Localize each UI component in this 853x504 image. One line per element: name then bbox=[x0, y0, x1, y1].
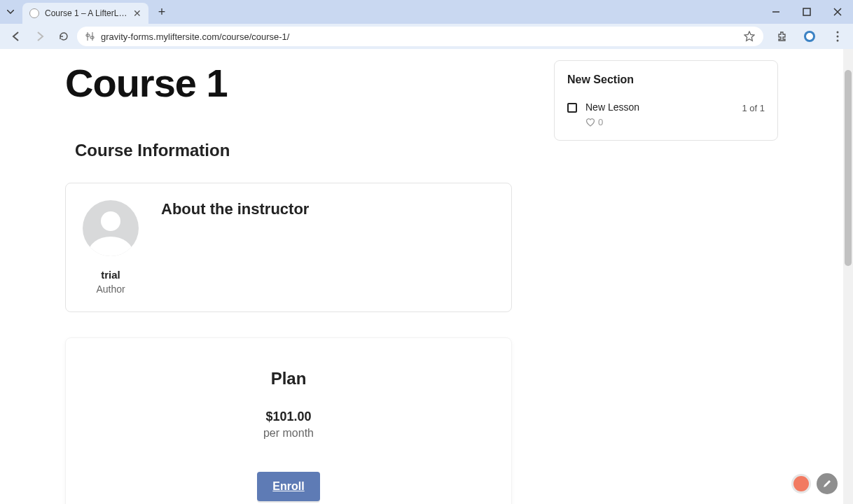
scrollbar-thumb[interactable] bbox=[845, 70, 852, 266]
window-maximize[interactable] bbox=[791, 0, 822, 24]
plan-price: $101.00 bbox=[83, 410, 494, 424]
instructor-heading: About the instructor bbox=[161, 200, 494, 218]
heart-icon bbox=[585, 118, 595, 127]
lesson-progress: 1 of 1 bbox=[742, 103, 765, 113]
instructor-card: trial Author About the instructor bbox=[65, 183, 512, 312]
svg-point-9 bbox=[837, 36, 839, 38]
edit-floating-button[interactable] bbox=[817, 473, 838, 494]
lesson-item[interactable]: New Lesson 0 1 of 1 bbox=[567, 102, 765, 127]
profile-icon[interactable] bbox=[800, 27, 819, 46]
svg-point-10 bbox=[837, 40, 839, 42]
url-text: gravity-forms.myliftersite.com/course/co… bbox=[101, 31, 289, 42]
tabs-dropdown[interactable] bbox=[3, 4, 18, 20]
window-close[interactable] bbox=[822, 0, 853, 24]
lesson-favorite[interactable]: 0 bbox=[585, 117, 733, 127]
checkbox-icon bbox=[567, 103, 577, 113]
section-title: New Section bbox=[567, 74, 765, 86]
close-icon[interactable]: ✕ bbox=[133, 8, 141, 19]
favorite-count: 0 bbox=[598, 117, 603, 127]
instructor-name: trial bbox=[101, 269, 120, 281]
page-title: Course 1 bbox=[65, 60, 512, 106]
back-button[interactable] bbox=[6, 26, 27, 47]
enroll-button[interactable]: Enroll bbox=[257, 472, 319, 501]
new-tab-button[interactable]: + bbox=[153, 3, 171, 21]
lesson-name: New Lesson bbox=[585, 102, 733, 113]
bookmark-star-icon[interactable] bbox=[744, 31, 755, 42]
instructor-role: Author bbox=[96, 284, 125, 295]
svg-point-8 bbox=[837, 31, 839, 34]
browser-tab[interactable]: Course 1 – A LifterLMS Sandb… ✕ bbox=[22, 3, 148, 24]
reload-button[interactable] bbox=[53, 26, 74, 47]
plan-card: Plan $101.00 per month Enroll bbox=[65, 337, 512, 504]
svg-point-7 bbox=[806, 33, 813, 40]
extensions-icon[interactable] bbox=[772, 27, 791, 46]
window-minimize[interactable] bbox=[761, 0, 791, 24]
plan-period: per month bbox=[83, 427, 494, 440]
url-input[interactable]: gravity-forms.myliftersite.com/course/co… bbox=[77, 27, 763, 46]
plan-title: Plan bbox=[83, 369, 494, 388]
browser-tab-bar: Course 1 – A LifterLMS Sandb… ✕ + bbox=[0, 0, 853, 24]
site-settings-icon bbox=[85, 31, 95, 41]
section-card: New Section New Lesson 0 1 of 1 bbox=[554, 60, 778, 141]
record-indicator-icon[interactable] bbox=[791, 474, 811, 493]
vertical-scrollbar[interactable] bbox=[843, 49, 853, 504]
globe-icon bbox=[29, 8, 39, 18]
forward-button[interactable] bbox=[29, 26, 50, 47]
kebab-menu-icon[interactable] bbox=[828, 27, 847, 46]
address-bar: gravity-forms.myliftersite.com/course/co… bbox=[0, 24, 853, 49]
course-info-heading: Course Information bbox=[75, 141, 512, 160]
svg-rect-1 bbox=[803, 8, 810, 15]
tab-title: Course 1 – A LifterLMS Sandb… bbox=[45, 8, 127, 18]
pencil-icon bbox=[822, 479, 832, 489]
avatar bbox=[83, 200, 139, 256]
